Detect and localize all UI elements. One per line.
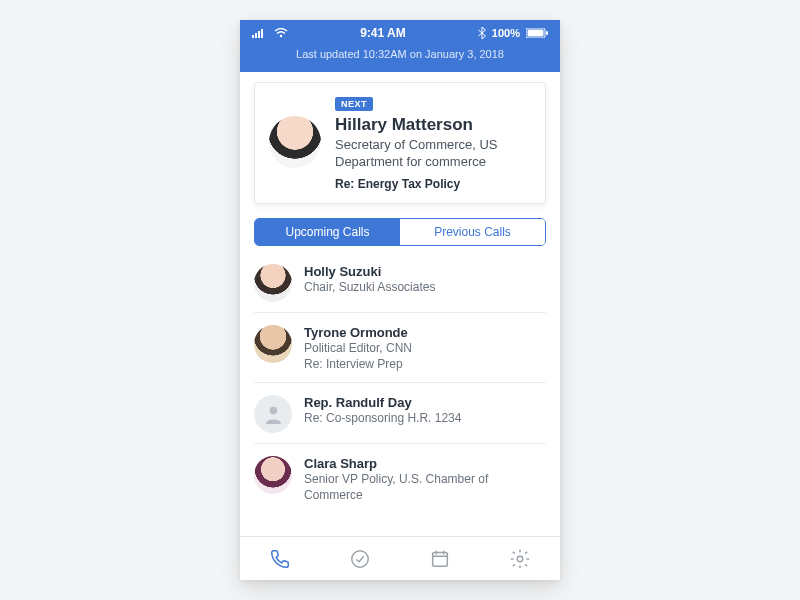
svg-rect-1 [255, 33, 257, 38]
avatar [254, 456, 292, 494]
svg-point-4 [280, 35, 282, 37]
svg-point-8 [269, 407, 277, 415]
next-call-card[interactable]: NEXT Hillary Matterson Secretary of Comm… [254, 82, 546, 204]
last-updated-label: Last updated 10:32AM on January 3, 2018 [240, 44, 560, 62]
tab-upcoming[interactable]: Upcoming Calls [255, 219, 400, 245]
call-name: Rep. Randulf Day [304, 395, 461, 410]
tab-calls[interactable] [266, 545, 294, 573]
phone-frame: 9:41 AM 100% Last updated 10:32AM on Jan… [240, 20, 560, 580]
call-subject: Re: Co-sponsoring H.R. 1234 [304, 410, 461, 426]
content: NEXT Hillary Matterson Secretary of Comm… [240, 72, 560, 536]
header: 9:41 AM 100% Last updated 10:32AM on Jan… [240, 20, 560, 72]
call-tabs: Upcoming Calls Previous Calls [254, 218, 546, 246]
svg-point-11 [517, 556, 523, 562]
tab-settings[interactable] [506, 545, 534, 573]
battery-percent: 100% [492, 27, 520, 39]
list-item[interactable]: Tyrone Ormonde Political Editor, CNN Re:… [254, 313, 546, 383]
calendar-icon [429, 548, 451, 570]
list-item[interactable]: Clara Sharp Senior VP Policy, U.S. Chamb… [254, 444, 546, 513]
bluetooth-icon [478, 27, 486, 39]
bottom-tab-bar [240, 536, 560, 580]
phone-icon [269, 548, 291, 570]
svg-rect-2 [258, 31, 260, 38]
next-call-subject: Re: Energy Tax Policy [335, 177, 531, 191]
call-list: Holly Suzuki Chair, Suzuki Associates Ty… [254, 252, 546, 514]
svg-point-9 [352, 550, 369, 567]
next-badge: NEXT [335, 97, 373, 111]
tab-completed[interactable] [346, 545, 374, 573]
svg-rect-6 [528, 30, 544, 37]
gear-icon [509, 548, 531, 570]
call-subtitle: Senior VP Policy, U.S. Chamber of Commer… [304, 471, 546, 503]
next-call-title: Secretary of Commerce, US Department for… [335, 137, 531, 171]
list-item[interactable]: Holly Suzuki Chair, Suzuki Associates [254, 252, 546, 313]
call-subtitle: Political Editor, CNN [304, 340, 412, 356]
status-time: 9:41 AM [288, 26, 478, 40]
avatar [254, 325, 292, 363]
call-name: Tyrone Ormonde [304, 325, 412, 340]
check-circle-icon [349, 548, 371, 570]
person-placeholder-icon [262, 403, 285, 426]
svg-rect-3 [261, 29, 263, 38]
svg-rect-10 [433, 552, 448, 566]
call-subject: Re: Interview Prep [304, 356, 412, 372]
tab-calendar[interactable] [426, 545, 454, 573]
list-item[interactable]: Rep. Randulf Day Re: Co-sponsoring H.R. … [254, 383, 546, 444]
svg-rect-0 [252, 35, 254, 38]
call-name: Holly Suzuki [304, 264, 435, 279]
wifi-icon [274, 28, 288, 38]
battery-icon [526, 28, 548, 38]
status-bar: 9:41 AM 100% [240, 20, 560, 44]
call-name: Clara Sharp [304, 456, 546, 471]
avatar [269, 116, 321, 168]
avatar [254, 264, 292, 302]
next-call-name: Hillary Matterson [335, 115, 531, 135]
call-subtitle: Chair, Suzuki Associates [304, 279, 435, 295]
avatar [254, 395, 292, 433]
svg-rect-7 [546, 31, 548, 35]
tab-previous[interactable]: Previous Calls [400, 219, 545, 245]
signal-icon [252, 28, 268, 38]
